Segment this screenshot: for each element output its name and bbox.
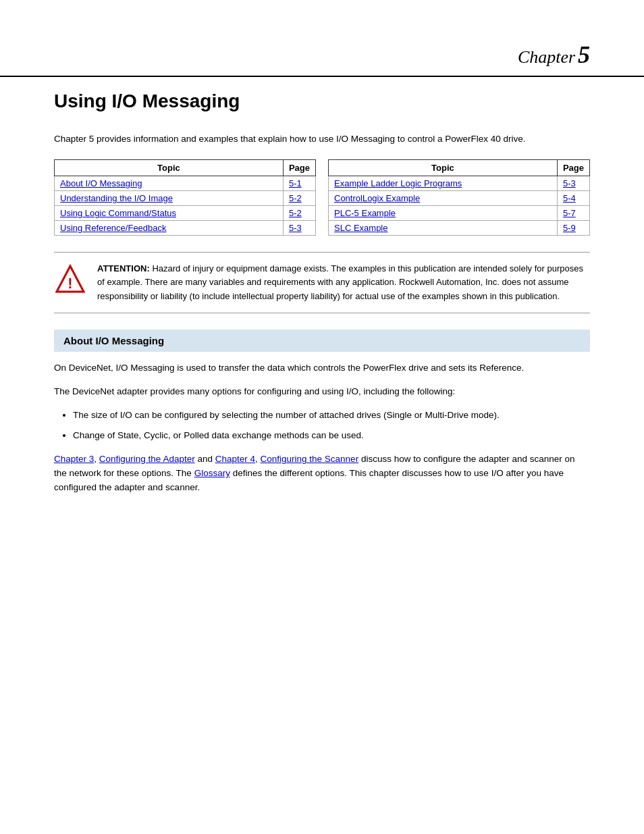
table-row: About I/O Messaging 5-1 <box>55 176 316 191</box>
toc-topic-link[interactable]: Using Logic Command/Status <box>60 208 176 218</box>
toc-left: Topic Page About I/O Messaging 5-1 Under… <box>54 159 316 236</box>
intro-paragraph: Chapter 5 provides information and examp… <box>54 132 590 146</box>
table-row: SLC Example 5-9 <box>329 221 590 236</box>
toc-page-link[interactable]: 5-4 <box>563 193 576 203</box>
toc-topic-cell: SLC Example <box>329 221 558 236</box>
toc-topic-cell: ControlLogix Example <box>329 191 558 206</box>
chapter3-link[interactable]: Chapter 3 <box>54 454 94 464</box>
toc-topic-link[interactable]: About I/O Messaging <box>60 178 142 188</box>
toc-topic-link[interactable]: ControlLogix Example <box>334 193 420 203</box>
glossary-link[interactable]: Glossary <box>194 468 230 478</box>
toc-divider <box>316 159 328 236</box>
attention-box: ! ATTENTION: Hazard of injury or equipme… <box>54 252 590 313</box>
toc-topic-cell: Example Ladder Logic Programs <box>329 176 558 191</box>
bullet-list: The size of I/O can be configured by sel… <box>73 409 590 444</box>
toc-page-link[interactable]: 5-2 <box>289 193 302 203</box>
toc-right-page-header: Page <box>557 160 589 176</box>
table-row: Using Logic Command/Status 5-2 <box>55 206 316 221</box>
content-area: Using I/O Messaging Chapter 5 provides i… <box>0 90 644 531</box>
toc-page-cell: 5-1 <box>283 176 315 191</box>
toc-topic-cell: Using Logic Command/Status <box>55 206 284 221</box>
toc-topic-cell: About I/O Messaging <box>55 176 284 191</box>
toc-topic-cell: PLC-5 Example <box>329 206 558 221</box>
toc-topic-cell: Understanding the I/O Image <box>55 191 284 206</box>
toc-page-cell: 5-3 <box>283 221 315 236</box>
configuring-adapter-link[interactable]: Configuring the Adapter <box>99 454 195 464</box>
about-para3: Chapter 3, Configuring the Adapter and C… <box>54 452 590 495</box>
and-text: and <box>197 454 215 464</box>
chapter-title: Using I/O Messaging <box>54 90 590 112</box>
toc-topic-link[interactable]: Example Ladder Logic Programs <box>334 178 462 188</box>
attention-label: ATTENTION: <box>97 263 150 273</box>
attention-body: Hazard of injury or equipment damage exi… <box>97 263 583 301</box>
section-about-heading: About I/O Messaging <box>54 330 590 352</box>
toc-page-link[interactable]: 5-7 <box>563 208 576 218</box>
table-row: Example Ladder Logic Programs 5-3 <box>329 176 590 191</box>
toc-page-link[interactable]: 5-3 <box>563 178 576 188</box>
page: Chapter 5 Using I/O Messaging Chapter 5 … <box>0 0 644 834</box>
toc-page-cell: 5-4 <box>557 191 589 206</box>
configuring-scanner-link[interactable]: Configuring the Scanner <box>261 454 359 464</box>
toc-topic-link[interactable]: Using Reference/Feedback <box>60 223 167 233</box>
about-para1: On DeviceNet, I/O Messaging is used to t… <box>54 361 590 375</box>
bullet-item-2: Change of State, Cyclic, or Polled data … <box>73 429 590 443</box>
toc-page-link[interactable]: 5-3 <box>289 223 302 233</box>
toc-page-link[interactable]: 5-1 <box>289 178 302 188</box>
toc-page-cell: 5-2 <box>283 206 315 221</box>
toc-page-cell: 5-9 <box>557 221 589 236</box>
chapter-number: 5 <box>578 41 590 68</box>
table-row: Understanding the I/O Image 5-2 <box>55 191 316 206</box>
toc-page-link[interactable]: 5-9 <box>563 223 576 233</box>
bullet-item-1: The size of I/O can be configured by sel… <box>73 409 590 423</box>
toc-right: Topic Page Example Ladder Logic Programs… <box>328 159 590 236</box>
table-row: PLC-5 Example 5-7 <box>329 206 590 221</box>
toc-topic-link[interactable]: Understanding the I/O Image <box>60 193 173 203</box>
toc-page-link[interactable]: 5-2 <box>289 208 302 218</box>
chapter4-link[interactable]: Chapter 4 <box>215 454 255 464</box>
chapter-header: Chapter 5 <box>0 0 644 77</box>
toc-right-topic-header: Topic <box>329 160 558 176</box>
toc-left-topic-header: Topic <box>55 160 284 176</box>
about-para2: The DeviceNet adapter provides many opti… <box>54 385 590 399</box>
attention-text: ATTENTION: Hazard of injury or equipment… <box>97 262 590 303</box>
toc-topic-link[interactable]: SLC Example <box>334 223 387 233</box>
toc-page-cell: 5-7 <box>557 206 589 221</box>
toc-topic-link[interactable]: PLC-5 Example <box>334 208 396 218</box>
toc-page-cell: 5-3 <box>557 176 589 191</box>
table-row: ControlLogix Example 5-4 <box>329 191 590 206</box>
toc-topic-cell: Using Reference/Feedback <box>55 221 284 236</box>
svg-text:!: ! <box>68 275 72 292</box>
toc-page-cell: 5-2 <box>283 191 315 206</box>
warning-icon: ! <box>54 263 86 296</box>
table-row: Using Reference/Feedback 5-3 <box>55 221 316 236</box>
toc-left-page-header: Page <box>283 160 315 176</box>
toc-wrapper: Topic Page About I/O Messaging 5-1 Under… <box>54 159 590 236</box>
chapter-label: Chapter <box>518 47 575 67</box>
